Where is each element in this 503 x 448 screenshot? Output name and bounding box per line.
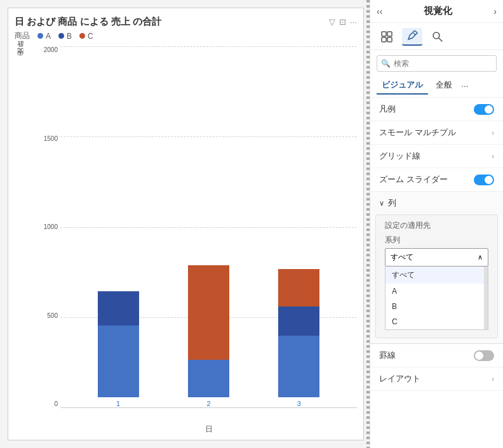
section-grid-lines-label: グリッド線: [379, 150, 420, 162]
legend-item-c: C: [79, 32, 93, 41]
y-label-1000: 1000: [44, 223, 58, 230]
keisen-toggle[interactable]: [474, 350, 494, 361]
bar-3-c: [278, 269, 319, 306]
chart-legend: 商品 A B C: [15, 30, 357, 41]
chevron-right-icon-grid: ›: [492, 152, 494, 160]
dropdown-option-b[interactable]: B: [386, 299, 488, 314]
section-zoom-slider-label: ズーム スライダー: [379, 174, 448, 185]
dropdown-scrollbar[interactable]: [484, 267, 488, 329]
column-section-header[interactable]: ∨ 列: [370, 192, 503, 214]
legend-text-a: A: [46, 32, 51, 41]
bar-group-2: 2: [188, 265, 229, 407]
section-grid-lines[interactable]: グリッド線 ›: [370, 145, 503, 168]
section-keisen-label: 罫線: [379, 350, 396, 361]
keisen-toggle-knob: [475, 352, 483, 360]
section-layout-label: レイアウト: [379, 373, 420, 385]
filter-icon[interactable]: ▽: [329, 17, 335, 27]
svg-rect-3: [387, 37, 392, 42]
y-label-500: 500: [47, 312, 58, 319]
zoom-toggle-knob: [485, 176, 493, 184]
y-label-1500: 1500: [44, 135, 58, 142]
svg-rect-0: [382, 32, 386, 36]
dropdown-option-all[interactable]: すべて: [386, 267, 488, 284]
bar-label-3: 3: [297, 400, 301, 407]
legend-dot-a: [37, 33, 43, 39]
settings-apply-label: 設定の適用先: [385, 220, 488, 231]
stacked-bar-3: [278, 269, 319, 397]
column-inner-box: 設定の適用先 系列 すべて ∧ すべて A B C: [375, 214, 498, 338]
y-axis-labels: 2000 1500 1000 500 0: [37, 46, 60, 423]
format-tabs-row: ビジュアル 全般 ···: [370, 77, 503, 98]
section-layout[interactable]: レイアウト ›: [370, 367, 503, 391]
legend-text-b: B: [67, 32, 72, 41]
chart-bars-area: 2000 1500 1000 500 0: [37, 46, 357, 423]
right-arrow-icon[interactable]: ›: [493, 6, 497, 16]
tab-general[interactable]: 全般: [431, 77, 457, 95]
legend-dot-c: [79, 33, 85, 39]
bar-group-1: 1: [98, 291, 139, 407]
bar-3-a: [278, 336, 319, 397]
legend-toggle[interactable]: [474, 104, 494, 115]
bar-1-a: [98, 326, 139, 397]
series-dropdown-container: すべて ∧ すべて A B C: [385, 248, 488, 330]
chart-drawing-area: 売上の合計 2000 1500 1000 500 0: [15, 46, 357, 435]
legend-item-a: A: [37, 32, 51, 41]
dropdown-option-c[interactable]: C: [386, 314, 488, 329]
dropdown-list: すべて A B C: [385, 267, 488, 330]
section-keisen[interactable]: 罫線: [370, 344, 503, 367]
app-container: 日 および 商品 による 売上 の合計 ▽ ⊡ ··· 商品 A B: [0, 0, 503, 448]
legend-dot-b: [58, 33, 64, 39]
svg-rect-2: [382, 37, 386, 42]
format-panel: ‹‹ 視覚化 ›: [370, 0, 503, 448]
more-icon[interactable]: ···: [350, 17, 357, 27]
panel-header: ‹‹ 視覚化 ›: [370, 0, 503, 23]
bar-group-3: 3: [278, 269, 319, 407]
chart-title-icons: ▽ ⊡ ···: [329, 17, 357, 27]
series-label: 系列: [385, 235, 488, 246]
search-icon: 🔍: [381, 59, 391, 68]
section-zoom-slider[interactable]: ズーム スライダー: [370, 168, 503, 192]
format-tab-more-icon[interactable]: ···: [461, 81, 469, 91]
chevron-up-icon: ∧: [478, 253, 483, 261]
section-small-multiple[interactable]: スモール マルチプル ›: [370, 121, 503, 145]
chevron-right-icon-small-multiple: ›: [492, 129, 494, 136]
section-legend-label: 凡例: [379, 103, 396, 115]
tab-visual[interactable]: ビジュアル: [377, 77, 428, 95]
x-axis-title: 日: [37, 424, 357, 435]
panel-tabs-icons-row: [370, 23, 503, 50]
dropdown-option-a[interactable]: A: [386, 284, 488, 299]
chart-title: 日 および 商品 による 売上 の合計: [15, 16, 161, 28]
left-arrow-icon[interactable]: ‹‹: [377, 6, 382, 16]
y-label-0: 0: [54, 400, 58, 407]
column-section-label: 列: [388, 197, 396, 209]
tab-icon-format[interactable]: [402, 28, 422, 46]
legend-label: 商品: [15, 30, 30, 41]
stacked-bar-1: [98, 291, 139, 397]
y-label-2000: 2000: [44, 46, 58, 53]
zoom-slider-toggle[interactable]: [474, 175, 494, 185]
expand-icon[interactable]: ⊡: [339, 17, 346, 27]
bar-2-a: [188, 360, 229, 397]
panel-title: 視覚化: [424, 5, 452, 17]
legend-text-c: C: [88, 32, 93, 41]
chevron-down-icon-column: ∨: [379, 199, 384, 208]
bars-with-grid: 1 2: [60, 46, 357, 423]
chart-panel: 日 および 商品 による 売上 の合計 ▽ ⊡ ··· 商品 A B: [0, 0, 366, 448]
bar-2-c: [188, 265, 229, 360]
search-box: 🔍: [377, 55, 497, 72]
section-small-multiple-label: スモール マルチプル: [379, 127, 456, 138]
bar-label-1: 1: [116, 400, 120, 407]
chart-inner: 2000 1500 1000 500 0: [37, 46, 357, 435]
stacked-bar-2: [188, 265, 229, 397]
series-dropdown[interactable]: すべて ∧: [385, 248, 488, 267]
panel-content: 凡例 スモール マルチプル › グリッド線 › ズーム スライダー: [370, 98, 503, 448]
bar-label-2: 2: [206, 400, 210, 407]
legend-toggle-knob: [485, 105, 493, 114]
tab-icon-analytics[interactable]: [427, 28, 448, 46]
bars-row: 1 2: [60, 46, 357, 407]
search-input[interactable]: [377, 55, 497, 72]
tab-icon-fields[interactable]: [377, 28, 397, 46]
section-legend[interactable]: 凡例: [370, 98, 503, 121]
y-axis-title: 売上の合計: [16, 53, 25, 60]
svg-rect-1: [387, 32, 392, 36]
